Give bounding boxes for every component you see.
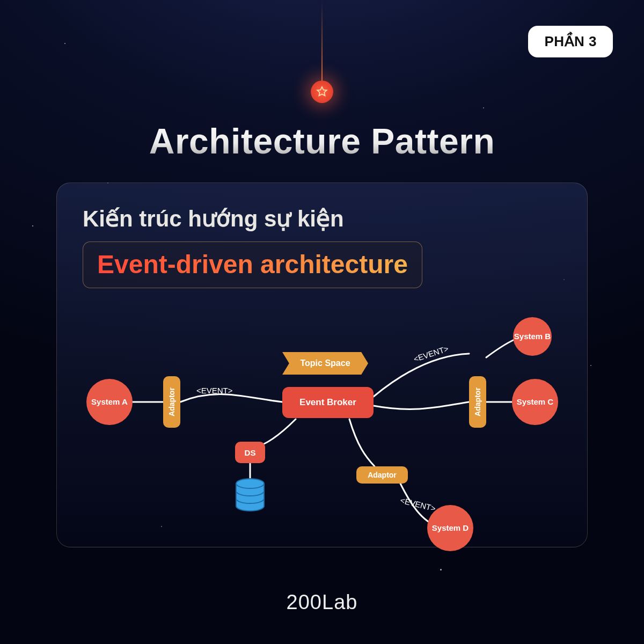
highlight-box: Event-driven architecture [83,241,422,288]
diagram-connectors [57,306,588,548]
system-d-node: System D [427,505,473,551]
architecture-diagram: Topic Space Event Broker System A Adapto… [57,306,588,548]
adaptor-left: Adaptor [163,376,180,428]
page-title: Architecture Pattern [0,121,644,162]
event-broker-node: Event Broker [282,387,374,418]
highlight-text: Event-driven architecture [97,250,408,279]
star-icon [311,80,333,103]
adaptor-bottom: Adaptor [356,466,408,484]
comet-trail [321,0,323,86]
event-label-left: <EVENT> [196,386,233,395]
adaptor-right: Adaptor [469,376,486,428]
ds-node: DS [235,442,265,463]
subtitle: Kiến trúc hướng sự kiện [83,206,561,232]
footer-brand: 200Lab [0,591,644,614]
system-a-node: System A [86,379,133,425]
part-badge: PHẦN 3 [528,26,613,57]
system-c-node: System C [512,379,558,425]
system-b-node: System B [513,317,552,356]
topic-space-ribbon: Topic Space [282,352,368,375]
content-card: Kiến trúc hướng sự kiện Event-driven arc… [56,182,588,547]
